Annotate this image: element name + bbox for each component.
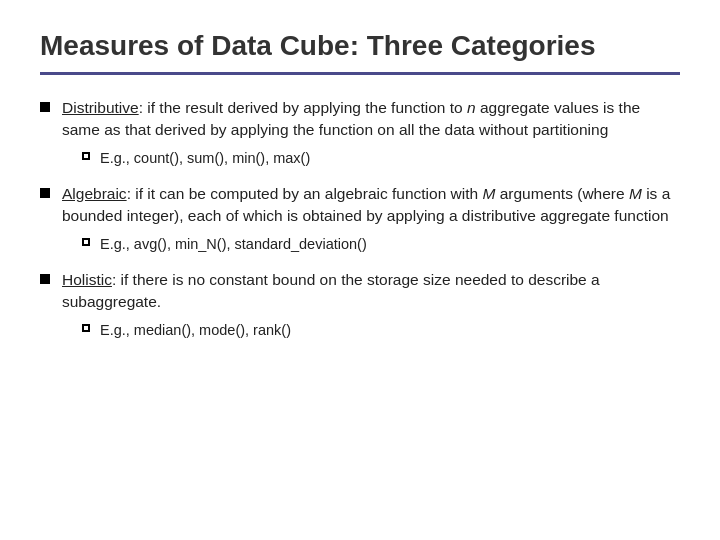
algebraic-text-1: : if it can be computed by an algebraic … (127, 185, 483, 202)
holistic-sub-list: E.g., median(), mode(), rank() (62, 320, 680, 341)
algebraic-text: Algebraic: if it can be computed by an a… (62, 183, 680, 255)
sub-bullet-icon (82, 324, 90, 332)
algebraic-example: E.g., avg(), min_N(), standard_deviation… (100, 234, 367, 255)
distributive-text-1: : if the result derived by applying the … (139, 99, 467, 116)
list-item: Holistic: if there is no constant bound … (40, 269, 680, 341)
list-item: E.g., avg(), min_N(), standard_deviation… (82, 234, 680, 255)
holistic-text-1: : if there is no constant bound on the s… (62, 271, 600, 310)
holistic-text: Holistic: if there is no constant bound … (62, 269, 680, 341)
list-item: Distributive: if the result derived by a… (40, 97, 680, 169)
distributive-label: Distributive (62, 99, 139, 116)
algebraic-italic-m2: M (629, 185, 642, 202)
algebraic-text-2: arguments (where (495, 185, 629, 202)
algebraic-label: Algebraic (62, 185, 127, 202)
bullet-icon (40, 188, 50, 198)
content-area: Distributive: if the result derived by a… (40, 97, 680, 341)
distributive-sub-list: E.g., count(), sum(), min(), max() (62, 148, 680, 169)
slide-title: Measures of Data Cube: Three Categories (40, 30, 680, 62)
bullet-icon (40, 274, 50, 284)
algebraic-italic-m1: M (482, 185, 495, 202)
bullet-icon (40, 102, 50, 112)
holistic-example: E.g., median(), mode(), rank() (100, 320, 291, 341)
distributive-text: Distributive: if the result derived by a… (62, 97, 680, 169)
algebraic-sub-list: E.g., avg(), min_N(), standard_deviation… (62, 234, 680, 255)
list-item: E.g., count(), sum(), min(), max() (82, 148, 680, 169)
distributive-italic-n: n (467, 99, 476, 116)
list-item: Algebraic: if it can be computed by an a… (40, 183, 680, 255)
sub-bullet-icon (82, 238, 90, 246)
sub-bullet-icon (82, 152, 90, 160)
holistic-label: Holistic (62, 271, 112, 288)
slide: Measures of Data Cube: Three Categories … (0, 0, 720, 540)
distributive-example: E.g., count(), sum(), min(), max() (100, 148, 310, 169)
list-item: E.g., median(), mode(), rank() (82, 320, 680, 341)
title-area: Measures of Data Cube: Three Categories (40, 30, 680, 75)
